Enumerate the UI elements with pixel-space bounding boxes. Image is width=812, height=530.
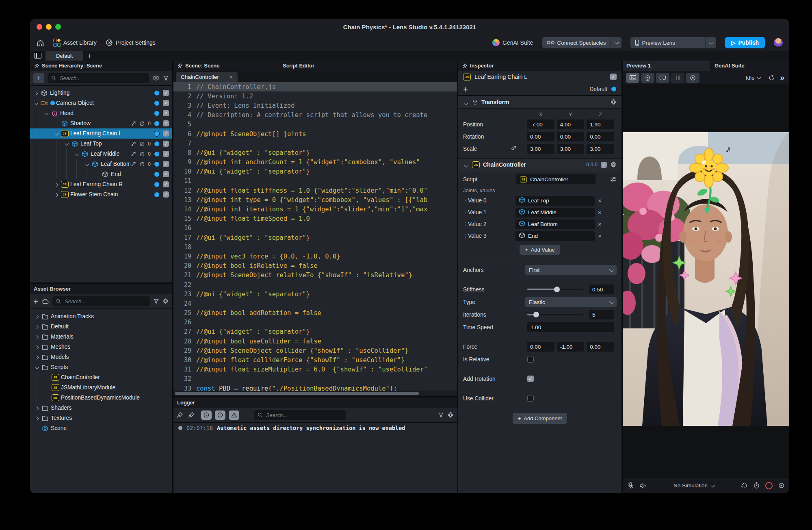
visibility-off-icon[interactable]: ∅ — [140, 151, 145, 157]
script-options-icon[interactable] — [610, 176, 617, 182]
cloud-icon[interactable] — [41, 298, 49, 304]
record-button[interactable] — [765, 482, 773, 489]
enabled-checkbox[interactable]: ✓ — [163, 171, 169, 177]
code-line[interactable]: 11 — [173, 176, 457, 186]
code-line[interactable]: 14 //@input int iterations = 1 {"widget"… — [173, 204, 457, 214]
preview-tab[interactable]: Preview 1 — [623, 61, 711, 71]
enabled-dot[interactable] — [154, 111, 160, 116]
hierarchy-row[interactable]: Leaf Bottom ∅ 0 ✓ — [30, 159, 172, 169]
is-relative-checkbox[interactable] — [527, 356, 534, 363]
code-line[interactable]: 2 // Version: 1.2 — [173, 91, 457, 101]
project-settings-button[interactable]: Project Settings — [106, 39, 156, 46]
logger-search[interactable] — [254, 410, 346, 420]
more-panels-icon[interactable]: » — [780, 73, 784, 82]
chevron-right-icon[interactable] — [34, 334, 41, 340]
enabled-checkbox[interactable]: ✓ — [163, 151, 169, 157]
code-line[interactable]: 30 //@input float colliderForce {"showIf… — [173, 355, 457, 365]
script-editor-header[interactable]: Script Editor — [279, 61, 457, 71]
chaincontroller-section-header[interactable]: JS ChainController 0.0.0 ✓ — [458, 158, 621, 171]
restart-preview-icon[interactable] — [768, 74, 775, 81]
close-tab-icon[interactable]: × — [230, 74, 233, 80]
anchors-dropdown[interactable]: First — [525, 265, 617, 275]
gear-icon[interactable] — [447, 412, 454, 418]
horizontal-scrollbar[interactable] — [173, 391, 457, 396]
snapchat-ghost-icon[interactable] — [741, 482, 748, 489]
asset-search-input[interactable] — [64, 298, 147, 305]
add-workspace-tab-button[interactable]: + — [87, 52, 92, 60]
enabled-checkbox[interactable]: ✓ — [163, 141, 169, 147]
transform-section-header[interactable]: Transform — [458, 96, 621, 109]
number-field[interactable]: 0.00 — [527, 342, 554, 352]
drag-handle-icon[interactable]: ⋮⋮ — [463, 198, 468, 203]
asset-row[interactable]: JS JSMathLibraryModule — [30, 382, 172, 393]
joint-object-chip[interactable]: Leaf Middle — [515, 208, 595, 217]
enabled-checkbox[interactable]: ✓ — [163, 181, 169, 187]
pin-icon[interactable] — [34, 63, 39, 69]
code-line[interactable]: 12 //@input float stiffness = 1.0 {"widg… — [173, 186, 457, 195]
number-field[interactable]: 0.00 — [557, 132, 585, 141]
asset-library-button[interactable]: Asset Library — [53, 39, 97, 47]
code-line[interactable]: 9 //@input int anchorCount = 1 {"widget"… — [173, 158, 457, 167]
layer-dot[interactable] — [611, 86, 617, 92]
enabled-dot[interactable] — [154, 182, 160, 187]
remove-value-icon[interactable]: × — [598, 209, 602, 216]
hierarchy-row[interactable]: Leaf Top ∅ 0 ✓ — [30, 139, 172, 149]
code-line[interactable]: 1 // ChainController.js — [173, 82, 457, 91]
render-layer-icon[interactable] — [130, 141, 136, 147]
code-line[interactable]: 8 //@ui {"widget" : "separator"} — [173, 148, 457, 157]
info-filter-toggle[interactable] — [201, 411, 212, 420]
scene-panel-header[interactable]: Scene: Scene — [173, 61, 279, 71]
simulation-dropdown[interactable]: No Simulation — [673, 482, 714, 489]
hierarchy-row[interactable]: End ✓ — [30, 169, 172, 179]
number-field[interactable]: 3.00 — [557, 144, 585, 154]
number-field[interactable]: 4.00 — [557, 119, 585, 129]
chevron-right-icon[interactable] — [34, 354, 41, 361]
remove-value-icon[interactable]: × — [598, 197, 602, 204]
code-line[interactable]: 31 //@input float sizeMutiplier = 6.0 {"… — [173, 365, 457, 374]
code-line[interactable]: 33 const PBD = require("./PositionBasedD… — [173, 384, 457, 391]
code-line[interactable]: 17 //@ui {"widget" : "separator"} — [173, 233, 457, 242]
publish-button[interactable]: ▷ Publish — [725, 37, 765, 48]
code-line[interactable]: 23 //@ui {"widget" : "separator"} — [173, 289, 457, 299]
number-field[interactable]: 3.00 — [527, 144, 554, 154]
code-line[interactable]: 29 //@input SceneObject collider {"showI… — [173, 346, 457, 355]
editor-tab-chaincontroller[interactable]: ChainController × — [176, 72, 238, 82]
scrollbar-thumb[interactable] — [175, 392, 419, 395]
enabled-checkbox[interactable]: ✓ — [163, 191, 169, 198]
enabled-dot[interactable] — [154, 161, 160, 167]
asset-search[interactable] — [52, 296, 150, 306]
enabled-checkbox[interactable]: ✓ — [163, 90, 169, 96]
speaker-icon[interactable] — [639, 483, 646, 489]
slider-value-field[interactable]: 0.50 — [589, 285, 614, 294]
asset-row[interactable]: Meshes — [30, 342, 172, 352]
enabled-checkbox[interactable]: ✓ — [163, 110, 169, 116]
clear-on-run-icon[interactable] — [188, 412, 195, 418]
hierarchy-row[interactable]: Leaf Middle ∅ 0 ✓ — [30, 149, 172, 159]
gear-icon[interactable] — [610, 161, 617, 168]
visibility-off-icon[interactable]: ∅ — [140, 161, 145, 167]
number-field[interactable]: 0.00 — [527, 132, 554, 141]
hierarchy-search[interactable] — [48, 73, 149, 83]
code-line[interactable]: 20 //@input bool isRelative = false — [173, 261, 457, 271]
enabled-dot[interactable] — [154, 131, 160, 137]
chevron-down-icon[interactable] — [43, 110, 50, 117]
code-line[interactable]: 18 — [173, 242, 457, 252]
code-line[interactable]: 27 //@ui {"widget" : "separator"} — [173, 327, 457, 337]
code-line[interactable]: 6 //@input SceneObject[] joints — [173, 129, 457, 139]
enabled-dot[interactable] — [154, 121, 160, 126]
use-collider-checkbox[interactable] — [527, 395, 534, 402]
preview-lens-dropdown[interactable] — [705, 37, 716, 48]
hierarchy-row[interactable]: JS Leaf Earring Chain R ✓ — [30, 179, 172, 189]
render-layer-icon[interactable] — [130, 151, 136, 157]
gear-icon[interactable] — [610, 99, 617, 105]
pin-icon[interactable] — [462, 63, 468, 69]
chevron-down-icon[interactable] — [463, 163, 469, 167]
code-line[interactable]: 13 //@input int type = 0 {"widget":"comb… — [173, 195, 457, 204]
workspace-tab-default[interactable]: Default — [45, 51, 83, 61]
asset-row[interactable]: Scripts — [30, 362, 172, 372]
asset-row[interactable]: Scene — [30, 423, 172, 433]
home-icon[interactable] — [37, 39, 44, 47]
user-avatar[interactable] — [774, 38, 783, 47]
code-line[interactable]: 22 — [173, 280, 457, 289]
hierarchy-row[interactable]: JS Leaf Earring Chain L ✓ — [30, 128, 172, 139]
